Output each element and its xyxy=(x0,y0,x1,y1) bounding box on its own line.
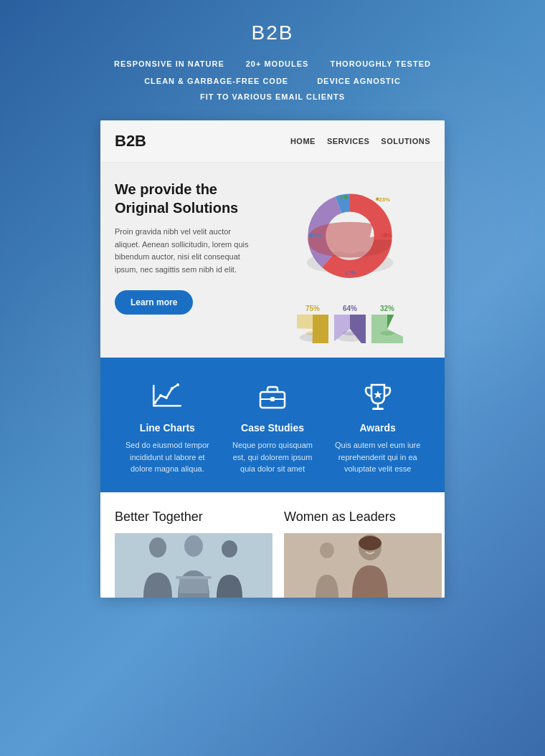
svg-point-23 xyxy=(376,317,399,340)
chart-label-23: 23% xyxy=(379,196,390,203)
card-header: B2B HOME SERVICES SOLUTIONS xyxy=(100,120,445,163)
donut-chart: 23% 32% 17% 21% 7% xyxy=(285,180,414,295)
svg-rect-34 xyxy=(270,397,275,401)
bottom-section: Better Together xyxy=(100,492,445,598)
feature-title-awards: Awards xyxy=(332,422,423,434)
bottom-left-title: Better Together xyxy=(115,509,272,525)
bottom-row: Better Together xyxy=(115,509,430,598)
svg-point-46 xyxy=(359,536,382,550)
svg-rect-42 xyxy=(176,576,212,579)
svg-point-9 xyxy=(384,233,387,236)
svg-point-27 xyxy=(153,401,156,404)
hero-title: We provide the Original Solutions xyxy=(115,180,258,217)
nav-solutions[interactable]: SOLUTIONS xyxy=(381,137,430,145)
svg-point-41 xyxy=(222,540,237,558)
nav-services[interactable]: SERVICES xyxy=(327,137,369,145)
card-logo: B2B xyxy=(115,132,146,150)
feature-email: FIT TO VARIOUS EMAIL CLIENTS xyxy=(200,90,345,103)
hero-section: We provide the Original Solutions Proin … xyxy=(100,163,445,358)
svg-point-16 xyxy=(305,331,320,335)
feature-code: CLEAN & GARBAGE-FREE CODE xyxy=(144,75,288,87)
mini-label-64: 64% xyxy=(343,305,357,312)
svg-point-11 xyxy=(309,233,312,236)
svg-point-47 xyxy=(320,542,334,558)
mini-label-75: 75% xyxy=(305,305,320,312)
features-section: Line Charts Sed do eiusmod tempor incidi… xyxy=(100,358,445,492)
feature-col-studies: Case Studies Neque porro quisquam est, q… xyxy=(220,378,326,475)
feature-desc-charts: Sed do eiusmod tempor incididunt ut labo… xyxy=(122,439,213,475)
svg-point-40 xyxy=(184,535,203,557)
feature-desc-studies: Neque porro quisquam est, qui dolorem ip… xyxy=(227,439,318,475)
briefcase-icon xyxy=(255,378,290,413)
svg-rect-43 xyxy=(179,579,208,593)
svg-point-30 xyxy=(171,387,174,390)
page-title: B2B xyxy=(252,21,294,44)
mini-chart-32: 32% xyxy=(371,305,403,343)
hero-left: We provide the Original Solutions Proin … xyxy=(115,180,258,315)
mini-chart-75: 75% xyxy=(297,305,328,343)
line-chart-icon xyxy=(149,378,185,413)
features-row-3: FIT TO VARIOUS EMAIL CLIENTS xyxy=(200,90,345,103)
mini-chart-64: 64% xyxy=(334,305,366,343)
svg-point-8 xyxy=(376,197,379,200)
feature-col-charts: Line Charts Sed do eiusmod tempor incidi… xyxy=(115,378,220,475)
svg-rect-25 xyxy=(153,405,181,407)
svg-point-31 xyxy=(176,383,179,386)
svg-rect-36 xyxy=(372,408,384,410)
feature-col-awards: Awards Quis autem vel eum iure reprehend… xyxy=(325,378,430,475)
mini-charts-row: 75% 64% xyxy=(297,305,403,343)
svg-point-24 xyxy=(380,331,394,335)
svg-point-29 xyxy=(165,396,168,399)
mini-label-32: 32% xyxy=(380,305,394,312)
women-leaders-image xyxy=(284,533,442,598)
hero-right: 23% 32% 17% 21% 7% xyxy=(270,180,430,343)
feature-title-charts: Line Charts xyxy=(122,422,213,434)
svg-point-10 xyxy=(351,271,354,274)
svg-point-7 xyxy=(317,231,383,249)
svg-point-12 xyxy=(344,196,347,198)
email-card: B2B HOME SERVICES SOLUTIONS We provide t… xyxy=(100,120,445,598)
bottom-col-left: Better Together xyxy=(115,509,272,598)
feature-responsive: RESPONSIVE IN NATURE xyxy=(114,57,224,70)
hero-text: Proin gravida nibh vel velit auctor aliq… xyxy=(115,226,258,276)
svg-point-39 xyxy=(149,537,166,558)
feature-desc-awards: Quis autem vel eum iure reprehenderit qu… xyxy=(332,439,423,475)
trophy-icon xyxy=(360,378,396,413)
features-row-1: RESPONSIVE IN NATURE 20+ MODULES THOROUG… xyxy=(114,57,431,70)
feature-title-studies: Case Studies xyxy=(227,422,318,434)
card-nav: HOME SERVICES SOLUTIONS xyxy=(290,137,430,145)
feature-agnostic: DEVICE AGNOSTIC xyxy=(317,75,401,87)
chart-label-17: 17% xyxy=(345,269,356,276)
svg-point-20 xyxy=(343,331,357,335)
features-row-2: CLEAN & GARBAGE-FREE CODE DEVICE AGNOSTI… xyxy=(144,75,401,87)
feature-tested: THOROUGHLY TESTED xyxy=(330,57,430,70)
bottom-col-right: Women as Leaders xyxy=(284,509,442,598)
nav-home[interactable]: HOME xyxy=(290,137,316,145)
svg-marker-37 xyxy=(374,391,382,398)
bottom-right-title: Women as Leaders xyxy=(284,509,442,525)
better-together-image xyxy=(115,533,272,598)
page-content: B2B RESPONSIVE IN NATURE 20+ MODULES THO… xyxy=(0,0,545,598)
learn-more-button[interactable]: Learn more xyxy=(115,290,193,315)
feature-modules: 20+ MODULES xyxy=(246,57,309,70)
chart-label-21: 21% xyxy=(311,232,322,239)
svg-point-28 xyxy=(159,394,162,397)
